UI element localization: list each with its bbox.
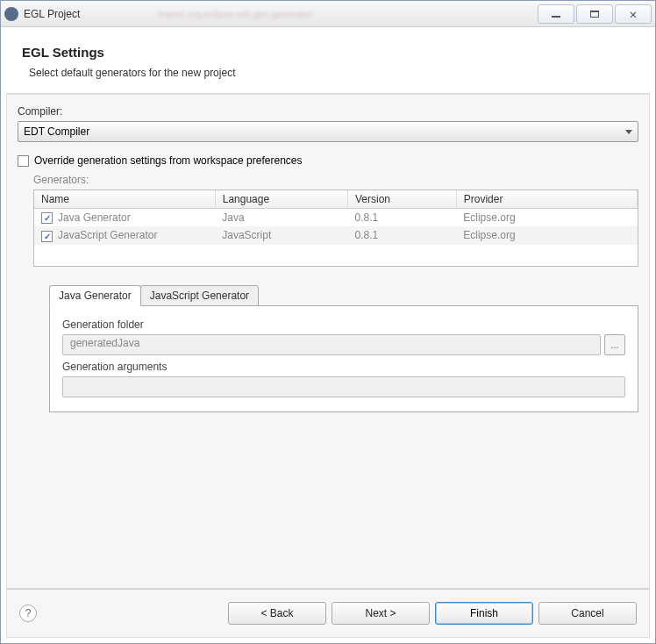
chevron-down-icon (625, 130, 632, 134)
window-title: EGL Project (24, 8, 536, 20)
table-row[interactable]: Java Generator Java 0.8.1 Eclipse.org (34, 209, 638, 227)
generators-section: Generators: Name Language Version Provid… (33, 174, 638, 412)
next-button[interactable]: Next > (332, 602, 430, 625)
cell-version: 0.8.1 (348, 209, 457, 227)
cell-provider: Eclipse.org (456, 209, 637, 227)
compiler-selected-value: EDT Compiler (24, 125, 89, 138)
col-language[interactable]: Language (215, 190, 347, 209)
generation-arguments-label: Generation arguments (62, 361, 625, 373)
tab-javascript-generator[interactable]: JavaScript Generator (140, 285, 259, 306)
generation-folder-label: Generation folder (62, 318, 625, 331)
generation-folder-input[interactable]: generatedJava (62, 334, 601, 355)
override-label: Override generation settings from worksp… (34, 154, 302, 167)
close-icon: ✕ (630, 7, 637, 21)
tabs-section: Java Generator JavaScript Generator Gene… (49, 284, 638, 412)
page-title: EGL Settings (22, 45, 634, 60)
row-checkbox[interactable] (41, 231, 53, 242)
maximize-icon (590, 11, 599, 18)
compiler-label: Compiler: (18, 105, 638, 118)
content-area: Compiler: EDT Compiler Override generati… (6, 94, 650, 589)
close-button[interactable]: ✕ (615, 4, 652, 24)
app-icon (4, 7, 18, 21)
cell-name: JavaScript Generator (58, 229, 157, 241)
minimize-icon (552, 16, 560, 18)
cell-name: Java Generator (58, 211, 131, 224)
cancel-button[interactable]: Cancel (538, 602, 637, 625)
col-version[interactable]: Version (348, 190, 457, 209)
button-bar: ? < Back Next > Finish Cancel (6, 589, 650, 638)
cell-provider: Eclipse.org (456, 226, 637, 244)
finish-button[interactable]: Finish (435, 602, 533, 625)
generation-arguments-input[interactable] (62, 376, 625, 397)
cell-language: Java (215, 209, 347, 227)
cell-language: JavaScript (215, 226, 347, 244)
wizard-header: EGL Settings Select default generators f… (6, 32, 650, 94)
override-checkbox[interactable] (18, 155, 29, 167)
back-button[interactable]: < Back (228, 602, 326, 625)
generators-table: Name Language Version Provider Java Gene… (34, 190, 638, 245)
page-description: Select default generators for the new pr… (29, 67, 634, 79)
titlebar: EGL Project ✕ (1, 1, 655, 27)
generators-label: Generators: (33, 174, 638, 186)
tab-panel: Generation folder generatedJava ... Gene… (49, 305, 638, 412)
cell-version: 0.8.1 (348, 226, 457, 244)
row-checkbox[interactable] (41, 212, 53, 224)
col-name[interactable]: Name (34, 190, 215, 209)
help-icon: ? (25, 607, 32, 619)
help-button[interactable]: ? (19, 605, 37, 622)
tab-strip: Java Generator JavaScript Generator (49, 285, 638, 306)
override-row: Override generation settings from worksp… (18, 154, 638, 167)
col-provider[interactable]: Provider (456, 190, 637, 209)
generators-table-container: Name Language Version Provider Java Gene… (33, 190, 638, 267)
wizard-window: import org.eclipse.edt.gen.generator EGL… (0, 0, 656, 644)
browse-button[interactable]: ... (604, 334, 625, 355)
maximize-button[interactable] (576, 4, 613, 24)
minimize-button[interactable] (538, 4, 574, 24)
compiler-select[interactable]: EDT Compiler (18, 121, 638, 142)
tab-java-generator[interactable]: Java Generator (49, 285, 141, 306)
table-row[interactable]: JavaScript Generator JavaScript 0.8.1 Ec… (34, 226, 638, 244)
window-controls: ✕ (536, 4, 652, 24)
